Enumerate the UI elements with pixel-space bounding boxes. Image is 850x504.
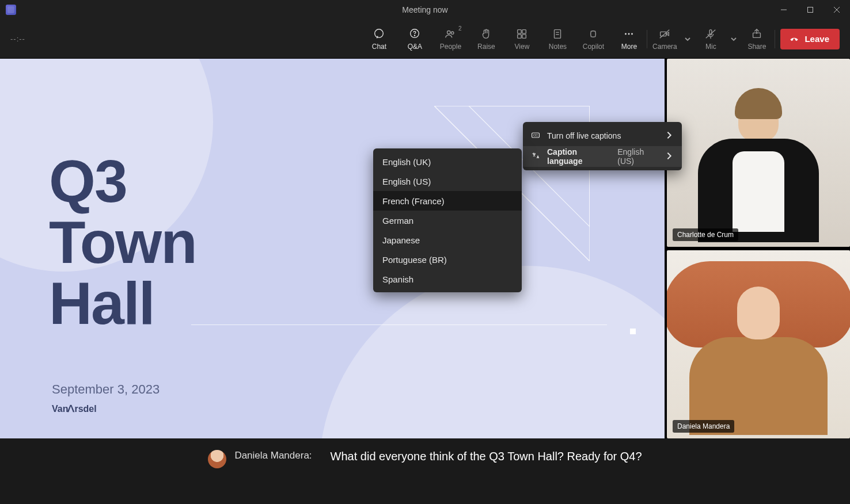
window-title: Meeting now <box>402 5 447 14</box>
window-maximize-button[interactable] <box>797 0 824 20</box>
people-button[interactable]: 2 People <box>432 22 468 56</box>
leave-label: Leave <box>805 34 829 44</box>
language-option[interactable]: English (US) <box>373 171 522 191</box>
language-list-menu: English (UK)English (US)French (France)G… <box>373 148 522 292</box>
chat-button[interactable]: Chat <box>361 22 397 56</box>
slide-title: Q3 Town Hall <box>49 151 196 334</box>
participant-avatar <box>684 272 833 438</box>
raise-hand-icon <box>480 28 492 40</box>
live-caption-bar: Daniela Mandera: What did everyone think… <box>0 438 850 504</box>
copilot-button[interactable]: Copilot <box>575 22 611 56</box>
language-option[interactable]: German <box>373 211 522 230</box>
language-option[interactable]: French (France) <box>373 191 522 211</box>
cc-icon: CC <box>531 131 540 142</box>
chevron-right-icon <box>665 131 674 142</box>
svg-rect-1 <box>808 7 813 13</box>
svg-rect-9 <box>518 29 521 33</box>
camera-label: Camera <box>652 43 677 51</box>
share-label: Share <box>747 43 766 51</box>
leave-button[interactable]: Leave <box>780 29 840 49</box>
translate-icon <box>531 151 540 162</box>
language-option[interactable]: English (UK) <box>373 152 522 171</box>
svg-point-7 <box>447 30 451 34</box>
slide-divider <box>191 324 607 325</box>
slide-company-logo: VanɅrsdel <box>52 403 97 414</box>
caption-settings-menu: CC Turn off live captions Caption langua… <box>523 122 682 170</box>
caption-speaker-name: Daniela Mandera: <box>234 450 312 461</box>
svg-text:CC: CC <box>533 133 538 137</box>
svg-rect-12 <box>522 34 526 37</box>
mic-icon <box>704 28 717 40</box>
copilot-label: Copilot <box>583 43 604 51</box>
mic-label: Mic <box>705 43 716 51</box>
camera-chevron[interactable] <box>682 36 693 43</box>
caption-speaker-avatar <box>208 450 226 468</box>
svg-point-16 <box>625 33 627 35</box>
copilot-icon <box>587 28 599 40</box>
slide-date: September 3, 2023 <box>52 382 160 397</box>
share-button[interactable]: Share <box>739 22 775 56</box>
qa-icon <box>408 28 421 40</box>
window-minimize-button[interactable] <box>771 0 797 20</box>
view-button[interactable]: View <box>504 22 540 56</box>
raise-label: Raise <box>477 43 495 51</box>
svg-point-6 <box>415 35 415 36</box>
participant-avatar <box>689 86 828 247</box>
menu-item-label: Caption language <box>547 147 607 166</box>
meeting-timer: --:-- <box>10 35 25 43</box>
participant-video-panel: Charlotte de Crum Daniela Mandera <box>665 59 850 438</box>
view-icon <box>515 28 528 40</box>
slide-decor-square <box>630 329 636 334</box>
svg-rect-11 <box>518 34 521 37</box>
turn-off-captions-item[interactable]: CC Turn off live captions <box>523 125 682 146</box>
people-icon <box>444 28 457 40</box>
title-bar: Meeting now <box>0 0 850 20</box>
window-close-button[interactable] <box>824 0 850 20</box>
more-button[interactable]: More <box>611 22 647 56</box>
notes-label: Notes <box>549 43 567 51</box>
participant-video-tile[interactable]: Daniela Mandera <box>667 250 850 438</box>
notes-icon <box>551 28 564 40</box>
participant-video-tile[interactable]: Charlotte de Crum <box>667 59 850 247</box>
svg-line-20 <box>660 29 670 38</box>
menu-item-label: Turn off live captions <box>547 131 621 140</box>
svg-point-18 <box>631 33 633 35</box>
qa-button[interactable]: Q&A <box>397 22 432 56</box>
view-label: View <box>515 43 530 51</box>
participant-name-tag: Charlotte de Crum <box>673 228 738 241</box>
svg-rect-13 <box>555 29 561 38</box>
people-label: People <box>440 43 461 51</box>
mic-chevron[interactable] <box>728 36 739 43</box>
people-count: 2 <box>458 25 462 32</box>
meeting-stage: Q3 Town Hall September 3, 2023 VanɅrsdel… <box>0 59 850 438</box>
svg-point-8 <box>451 31 454 33</box>
chat-icon <box>373 28 385 40</box>
chat-label: Chat <box>372 43 386 51</box>
chevron-right-icon <box>665 151 674 162</box>
svg-rect-10 <box>522 29 526 33</box>
leave-icon <box>788 33 800 45</box>
camera-icon <box>658 28 671 40</box>
raise-hand-button[interactable]: Raise <box>468 22 504 56</box>
slide-title-line: Q3 <box>49 151 196 212</box>
camera-button[interactable]: Camera <box>647 22 682 56</box>
notes-button[interactable]: Notes <box>540 22 575 56</box>
language-option[interactable]: Spanish <box>373 269 522 289</box>
more-label: More <box>621 43 637 51</box>
caption-text: What did everyone think of the Q3 Town H… <box>331 450 642 463</box>
svg-point-4 <box>375 29 384 37</box>
mic-button[interactable]: Mic <box>693 22 728 56</box>
meeting-toolbar: --:-- Chat Q&A 2 People Raise View Notes <box>0 20 850 59</box>
more-icon <box>623 28 635 40</box>
share-icon <box>750 28 763 40</box>
language-option[interactable]: Japanese <box>373 230 522 250</box>
caption-language-value: English (US) <box>617 147 658 166</box>
teams-app-icon <box>6 5 16 15</box>
language-option[interactable]: Portuguese (BR) <box>373 250 522 269</box>
svg-point-17 <box>628 33 630 35</box>
slide-title-line: Hall <box>49 273 196 334</box>
caption-language-item[interactable]: Caption language English (US) <box>523 146 682 167</box>
shared-presentation[interactable]: Q3 Town Hall September 3, 2023 VanɅrsdel <box>0 59 665 438</box>
qa-label: Q&A <box>408 43 422 51</box>
participant-name-tag: Daniela Mandera <box>673 420 734 433</box>
